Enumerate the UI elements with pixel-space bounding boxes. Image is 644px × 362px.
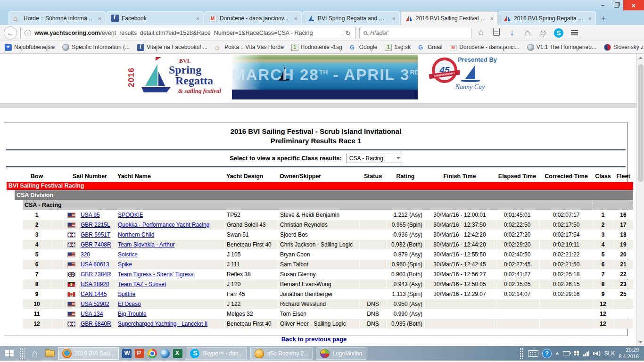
class-select-dropdown[interactable]: CSA - Racing (347, 154, 402, 163)
yacht-name-link[interactable]: Spitfire (118, 291, 135, 297)
page-scrollbar[interactable] (636, 54, 644, 346)
browser-tab[interactable]: BVI Spring Regatta and Sai... (303, 11, 400, 25)
browser-tab[interactable]: Horde :: Súhrnné informá... (8, 11, 106, 25)
sail-number-link[interactable]: USA 28920 (81, 281, 109, 288)
skype-extension-icon[interactable] (553, 28, 565, 38)
google-earth-icon[interactable] (160, 349, 170, 358)
site-info-icon[interactable] (25, 30, 31, 36)
word-icon[interactable] (122, 349, 132, 358)
sail-number-link[interactable]: USA 52902 (81, 301, 109, 307)
chrome-icon[interactable] (148, 349, 157, 358)
menu-item[interactable] (45, 4, 54, 6)
address-bar[interactable]: www.yachtscoring.com/event_results_detai… (20, 27, 356, 39)
yacht-name-link[interactable]: Team Tigress - Sirens' Tigress (118, 271, 193, 278)
event-banner[interactable]: 2016 BVI. Spring Regatta & sailing festi… (127, 55, 501, 99)
sail-number-link[interactable]: GBR 5951T (81, 231, 110, 238)
yacht-name-link[interactable]: Northern Child (118, 231, 154, 238)
touch-keyboard-icon[interactable] (528, 350, 538, 357)
search-bar[interactable] (359, 27, 471, 39)
scrollbar-thumb[interactable] (638, 64, 644, 182)
sail-number-link[interactable]: 320 (81, 251, 90, 258)
menu-item[interactable] (11, 4, 20, 6)
bookmark-item[interactable]: Pošta :: Víta Vás Horde (215, 44, 283, 51)
sail-number-link[interactable]: GBR 7408R (81, 241, 111, 248)
tab-close-icon[interactable] (97, 15, 102, 22)
language-indicator[interactable]: SLK (604, 350, 615, 357)
firefox-window-button[interactable]: 2016 BVI Saili... (58, 347, 119, 360)
browser-tab[interactable]: 2016 BVI Spring Regatta o... (499, 11, 596, 25)
menu-item[interactable] (20, 4, 28, 6)
sail-number-link[interactable]: GBR 7384R (81, 271, 111, 278)
yacht-name-link[interactable]: Supercharged Yachting - Lancelot II (118, 321, 207, 327)
yacht-name-link[interactable]: Team TAZ - Sunset (118, 281, 166, 288)
powerpoint-icon[interactable] (135, 349, 144, 358)
sail-number-link[interactable]: GBR 6840R (81, 321, 111, 327)
yacht-name-link[interactable]: Quokka - Performance Yacht Racing (118, 222, 209, 228)
sail-number-link[interactable]: GBR 2215L (81, 222, 110, 228)
sail-number-link[interactable]: USA 60613 (81, 261, 109, 268)
sail-number-link[interactable]: CAN 1445 (81, 291, 107, 297)
excel-icon[interactable] (173, 349, 182, 358)
yacht-name-link[interactable]: Solstice (118, 251, 138, 258)
network-signal-icon[interactable] (583, 351, 589, 356)
yacht-name-link[interactable]: Spike (118, 261, 132, 268)
bookmark-item[interactable]: Specific Information (... (62, 44, 130, 51)
tab-close-icon[interactable] (195, 15, 200, 22)
back-button[interactable] (4, 26, 17, 40)
bookmark-item[interactable]: Najobľúbenejšie (5, 44, 55, 51)
clock[interactable]: 20:29 8.4.2016 (619, 347, 639, 360)
minimize-button[interactable] (596, 0, 610, 10)
tab-close-icon[interactable] (293, 15, 298, 22)
clipboard-icon[interactable] (490, 28, 503, 38)
taskbar-home-icon[interactable] (28, 348, 42, 359)
scroll-down-icon[interactable] (637, 338, 644, 346)
logomotion-window-button[interactable]: LogoMotion (316, 347, 366, 360)
browser-tab[interactable]: Doručené - dana.jancinov... (205, 11, 302, 25)
yacht-name-link[interactable]: Team Slovakia - Arthur (118, 241, 175, 248)
tray-windows-icon[interactable] (574, 351, 579, 356)
bookmark-item[interactable]: Gmail (418, 44, 442, 51)
scroll-up-icon[interactable] (637, 54, 644, 61)
volume-icon[interactable]: ) (593, 351, 600, 356)
power-icon[interactable] (563, 351, 570, 355)
rating: 0.950 (Asy) (387, 299, 424, 309)
tab-close-icon[interactable] (489, 15, 495, 22)
restore-button[interactable] (610, 0, 623, 10)
file-explorer-icon[interactable] (45, 350, 55, 357)
yacht-name-link[interactable]: El Ocaso (118, 301, 141, 307)
menu-item[interactable] (3, 4, 11, 6)
yacht-name-link[interactable]: SPOOKIE (118, 212, 143, 218)
new-tab-button[interactable] (597, 12, 610, 25)
reload-icon[interactable] (342, 29, 354, 37)
back-to-previous-link[interactable]: Back to previous page (0, 336, 628, 343)
menu-item[interactable] (28, 4, 37, 6)
skype-window-button[interactable]: Skype™ - dan... (186, 347, 247, 360)
feedback-smiley-icon[interactable] (537, 28, 549, 38)
bookmark-item[interactable]: Google (350, 44, 378, 51)
help-icon[interactable] (542, 349, 552, 358)
home-icon[interactable] (521, 28, 534, 38)
tray-expand-icon[interactable] (555, 352, 559, 354)
tab-close-icon[interactable] (391, 15, 396, 22)
sail-number-link[interactable]: USA 134 (81, 311, 103, 317)
menu-item[interactable] (37, 4, 45, 6)
search-input[interactable] (370, 30, 467, 36)
asc-window-button[interactable]: aSc Rozvrhy 2... (250, 347, 313, 360)
yacht-name-link[interactable]: Big Trouble (118, 311, 147, 317)
tab-close-icon[interactable] (587, 15, 593, 22)
bookmark-item[interactable]: Hodnotenie -1sg (291, 44, 342, 51)
menu-item[interactable] (54, 4, 62, 6)
bookmark-item[interactable]: Doručené - dana.janci... (450, 44, 519, 50)
bookmark-item[interactable]: V1.1 The Homogeneo... (527, 44, 596, 51)
browser-tab[interactable]: Facebook (107, 11, 204, 25)
menu-hamburger-icon[interactable] (568, 28, 580, 38)
bookmark-item[interactable]: Vitajte na Facebooku! ... (137, 44, 207, 51)
bookmark-star-icon[interactable] (475, 28, 487, 38)
bookmark-item[interactable]: Slovenský zväz jachtin... (604, 44, 644, 51)
bookmark-item[interactable]: 1sg.sk (385, 44, 411, 51)
sail-number-link[interactable]: USA 95 (81, 212, 100, 218)
downloads-icon[interactable] (506, 28, 518, 38)
close-button[interactable] (623, 0, 644, 10)
start-button[interactable] (2, 347, 17, 360)
browser-tab[interactable]: 2016 BVI Sailing Festival - ... (401, 11, 498, 25)
